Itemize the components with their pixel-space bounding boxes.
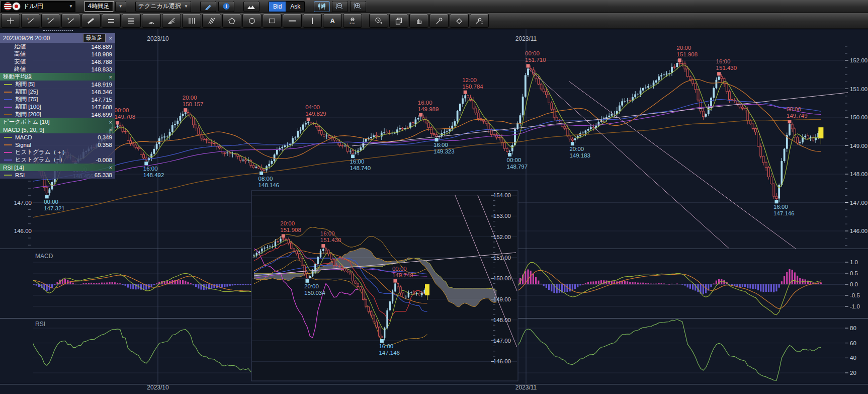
close-icon[interactable]: × xyxy=(108,165,114,171)
panel-row: Signal0.358 xyxy=(0,141,115,148)
svg-text:00:00: 00:00 xyxy=(787,106,801,112)
latest-candle-button[interactable]: 最新足 xyxy=(83,34,106,42)
svg-text:146.00: 146.00 xyxy=(14,228,32,234)
svg-text:08:00: 08:00 xyxy=(258,176,273,182)
series-color-swatch xyxy=(4,107,12,108)
panel-row: 期間 [25]148.346 xyxy=(0,88,115,96)
close-icon[interactable]: × xyxy=(108,35,114,41)
indicator-section-header: MACD [5, 20, 9]× xyxy=(0,126,115,133)
svg-text:147.321: 147.321 xyxy=(44,205,65,211)
panel-row-label: 安値 xyxy=(14,58,26,65)
svg-text:148.797: 148.797 xyxy=(507,164,528,170)
close-icon[interactable]: × xyxy=(108,127,114,133)
svg-text:149.989: 149.989 xyxy=(418,106,439,112)
series-color-swatch xyxy=(4,84,12,85)
svg-text:00:00: 00:00 xyxy=(44,199,58,205)
panel-row: 始値148.889 xyxy=(0,43,115,50)
panel-title-bar[interactable]: 2023/09/26 20:00 最新足 × xyxy=(0,33,115,43)
svg-text:20:00: 20:00 xyxy=(183,95,197,101)
svg-text:40: 40 xyxy=(850,355,856,361)
series-color-swatch xyxy=(4,152,12,153)
svg-text:150.784: 150.784 xyxy=(462,84,483,90)
indicator-section-header: ピークボトム [10]× xyxy=(0,118,115,126)
panel-row: 期間 [75]147.715 xyxy=(0,96,115,103)
panel-row: 期間 [5]148.919 xyxy=(0,81,115,88)
panel-row-value: 148.833 xyxy=(91,66,112,72)
panel-row-label: 高値 xyxy=(14,50,26,58)
svg-text:2023/11: 2023/11 xyxy=(515,384,537,391)
svg-text:12:00: 12:00 xyxy=(462,77,477,83)
svg-text:20:00: 20:00 xyxy=(569,146,584,152)
svg-text:151.430: 151.430 xyxy=(716,65,737,71)
panel-row-label: RSI xyxy=(15,172,25,178)
selected-candle-datetime: 2023/09/26 20:00 xyxy=(3,35,50,42)
panel-row: MACD0.349 xyxy=(0,133,115,141)
svg-text:149.749: 149.749 xyxy=(392,272,413,278)
indicator-section-header: RSI [14]× xyxy=(0,164,115,171)
svg-text:20:00: 20:00 xyxy=(304,283,319,289)
panel-row-value: 148.889 xyxy=(91,44,112,50)
panel-row-label: 期間 [75] xyxy=(15,96,38,103)
svg-text:151.908: 151.908 xyxy=(280,227,301,233)
panel-row: 高値148.989 xyxy=(0,50,115,58)
svg-text:147.00: 147.00 xyxy=(493,338,511,344)
indicator-section-header: 移動平均線× xyxy=(0,73,115,81)
svg-text:149.00: 149.00 xyxy=(850,143,867,149)
svg-text:20:00: 20:00 xyxy=(280,220,295,226)
series-color-swatch xyxy=(4,92,12,93)
series-color-swatch xyxy=(4,175,12,176)
panel-body: 始値148.889高値148.989安値148.788終値148.833移動平均… xyxy=(0,43,115,179)
panel-row-label: 終値 xyxy=(14,65,26,73)
panel-row-value: 146.699 xyxy=(91,112,112,118)
svg-text:147.00: 147.00 xyxy=(14,200,32,206)
svg-text:153.00: 153.00 xyxy=(493,213,511,219)
svg-text:16:00: 16:00 xyxy=(143,166,158,172)
svg-text:147.146: 147.146 xyxy=(379,350,400,356)
svg-text:151.00: 151.00 xyxy=(850,86,867,92)
panel-row-value: 147.715 xyxy=(91,97,112,103)
svg-text:154.00: 154.00 xyxy=(493,192,511,198)
svg-text:146.00: 146.00 xyxy=(850,228,867,234)
panel-row-value: 148.788 xyxy=(91,59,112,65)
svg-text:146.00: 146.00 xyxy=(493,358,511,364)
panel-row-label: Signal xyxy=(15,142,31,148)
panel-row: 安値148.788 xyxy=(0,58,115,65)
svg-text:149.183: 149.183 xyxy=(569,152,590,159)
svg-text:00:00: 00:00 xyxy=(392,266,407,272)
svg-text:16:00: 16:00 xyxy=(379,343,393,349)
svg-text:16:00: 16:00 xyxy=(433,142,448,148)
series-color-swatch xyxy=(4,137,12,138)
panel-row-label: 期間 [200] xyxy=(15,111,41,118)
svg-text:20: 20 xyxy=(850,370,856,376)
svg-text:MACD: MACD xyxy=(35,253,53,260)
panel-row-value: 0.349 xyxy=(98,134,112,140)
svg-text:80: 80 xyxy=(850,325,856,331)
panel-row: RSI65.338 xyxy=(0,171,115,179)
svg-text:16:00: 16:00 xyxy=(773,204,788,210)
close-icon[interactable]: × xyxy=(108,119,114,125)
svg-text:150.034: 150.034 xyxy=(304,290,325,296)
svg-text:2023/10: 2023/10 xyxy=(147,384,169,391)
svg-text:00:00: 00:00 xyxy=(507,157,522,163)
svg-text:151.00: 151.00 xyxy=(493,255,511,261)
svg-text:16:00: 16:00 xyxy=(716,58,731,64)
svg-text:147.146: 147.146 xyxy=(773,210,795,216)
series-color-swatch xyxy=(4,144,12,145)
panel-row-value: 148.346 xyxy=(91,89,112,95)
main-chart[interactable]: MACDRSI152.00151.00150.00149.00148.00147… xyxy=(0,0,868,394)
panel-row-label: 期間 [25] xyxy=(15,88,38,96)
panel-row: 終値148.833 xyxy=(0,65,115,73)
svg-text:20:00: 20:00 xyxy=(677,45,691,51)
svg-text:148.146: 148.146 xyxy=(258,182,280,188)
svg-text:150.157: 150.157 xyxy=(183,101,204,107)
panel-row-value: 0.358 xyxy=(98,142,112,148)
close-icon[interactable]: × xyxy=(108,74,114,80)
svg-text:16:00: 16:00 xyxy=(320,230,335,237)
svg-text:151.908: 151.908 xyxy=(677,51,698,57)
inset-chart: 20:00151.90816:00151.43000:00149.74920:0… xyxy=(251,191,518,381)
current-candle-highlight xyxy=(818,127,823,138)
panel-row: 期間 [200]146.699 xyxy=(0,111,115,118)
panel-row-value: -0.008 xyxy=(96,157,112,163)
indicator-data-panel[interactable]: 2023/09/26 20:00 最新足 × 始値148.889高値148.98… xyxy=(0,30,115,179)
indicator-title: RSI [14] xyxy=(3,165,24,171)
